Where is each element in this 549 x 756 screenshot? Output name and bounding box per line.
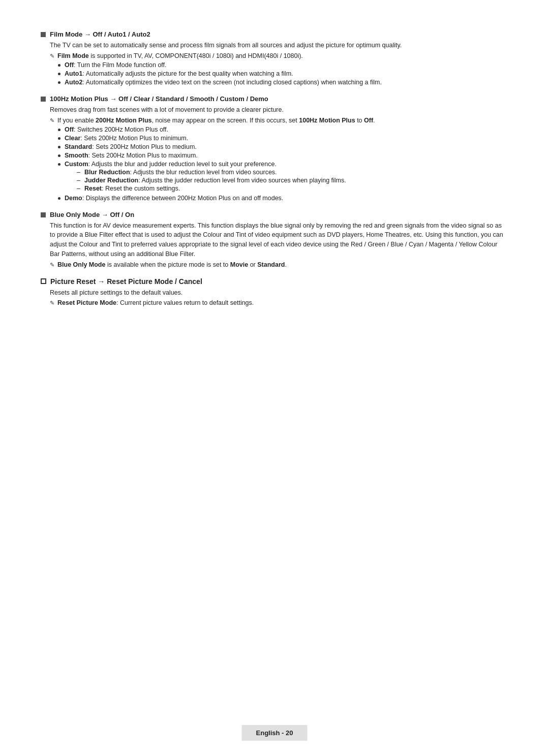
bullet-text-with-subs: Custom: Adjusts the blur and judder redu… bbox=[65, 161, 346, 193]
list-item: Off: Turn the Film Mode function off. bbox=[58, 61, 508, 69]
film-mode-header: Film Mode → Off / Auto1 / Auto2 bbox=[41, 30, 508, 38]
list-item: – Judder Reduction: Adjusts the judder r… bbox=[77, 177, 346, 184]
picture-reset-header: Picture Reset → Reset Picture Mode / Can… bbox=[41, 277, 508, 286]
picture-reset-note-text: Reset Picture Mode: Current picture valu… bbox=[57, 299, 254, 306]
film-mode-section: Film Mode → Off / Auto1 / Auto2 The TV c… bbox=[41, 30, 508, 86]
note-icon: ✎ bbox=[50, 262, 54, 268]
dot-bullet-icon bbox=[58, 137, 60, 140]
film-mode-body: The TV can be set to automatically sense… bbox=[50, 41, 508, 86]
bullet-text: Clear: Sets 200Hz Motion Plus to minimum… bbox=[65, 135, 188, 142]
dot-bullet-icon bbox=[58, 163, 60, 166]
film-mode-intro: The TV can be set to automatically sense… bbox=[50, 41, 508, 50]
list-item: Smooth: Sets 200Hz Motion Plus to maximu… bbox=[58, 152, 508, 159]
page-content: Film Mode → Off / Auto1 / Auto2 The TV c… bbox=[0, 0, 549, 356]
dot-bullet-icon bbox=[58, 64, 60, 67]
note-icon: ✎ bbox=[50, 117, 54, 124]
list-item: Custom: Adjusts the blur and judder redu… bbox=[58, 161, 508, 193]
film-mode-title: Film Mode → Off / Auto1 / Auto2 bbox=[50, 30, 150, 38]
sub-bullet-text: Reset: Reset the custom settings. bbox=[84, 185, 180, 192]
bullet-text: Smooth: Sets 200Hz Motion Plus to maximu… bbox=[65, 152, 198, 159]
bullet-text: Auto2: Automatically optimizes the video… bbox=[65, 79, 382, 86]
square-bullet-icon bbox=[41, 212, 46, 217]
square-bullet-icon bbox=[41, 97, 46, 102]
list-item: Clear: Sets 200Hz Motion Plus to minimum… bbox=[58, 135, 508, 142]
note-icon: ✎ bbox=[50, 53, 54, 59]
list-item: Demo: Displays the difference between 20… bbox=[58, 195, 508, 202]
dot-bullet-icon bbox=[58, 129, 60, 131]
blue-only-note: ✎ Blue Only Mode is available when the p… bbox=[50, 261, 508, 268]
bullet-text: Auto1: Automatically adjusts the picture… bbox=[65, 70, 293, 77]
bullet-text: Demo: Displays the difference between 20… bbox=[65, 195, 283, 202]
picture-reset-title: Picture Reset → Reset Picture Mode / Can… bbox=[50, 277, 202, 286]
square-bullet-icon bbox=[41, 32, 46, 37]
dot-bullet-icon bbox=[58, 197, 60, 200]
bullet-text: Off: Turn the Film Mode function off. bbox=[65, 61, 167, 69]
list-item: Auto1: Automatically adjusts the picture… bbox=[58, 70, 508, 77]
blue-only-note-text: Blue Only Mode is available when the pic… bbox=[57, 261, 287, 268]
motion-plus-intro: Removes drag from fast scenes with a lot… bbox=[50, 105, 508, 115]
picture-reset-note: ✎ Reset Picture Mode: Current picture va… bbox=[50, 299, 508, 306]
blue-only-header: Blue Only Mode → Off / On bbox=[41, 211, 508, 218]
sub-bullet-text: Judder Reduction: Adjusts the judder red… bbox=[84, 177, 346, 184]
hollow-square-bullet-icon bbox=[41, 278, 46, 284]
list-item: – Blur Reduction: Adjusts the blur reduc… bbox=[77, 169, 346, 176]
motion-plus-note: ✎ If you enable 200Hz Motion Plus, noise… bbox=[50, 117, 508, 124]
motion-plus-body: Removes drag from fast scenes with a lot… bbox=[50, 105, 508, 202]
bullet-text: Custom: Adjusts the blur and judder redu… bbox=[65, 161, 277, 168]
dash-icon: – bbox=[77, 177, 80, 184]
blue-only-intro: This function is for AV device measureme… bbox=[50, 221, 508, 259]
film-mode-bullets: Off: Turn the Film Mode function off. Au… bbox=[58, 61, 508, 86]
bullet-text: Off: Switches 200Hz Motion Plus off. bbox=[65, 126, 168, 133]
custom-sub-bullets: – Blur Reduction: Adjusts the blur reduc… bbox=[77, 169, 346, 192]
blue-only-section: Blue Only Mode → Off / On This function … bbox=[41, 211, 508, 268]
film-mode-note: ✎ Film Mode is supported in TV, AV, COMP… bbox=[50, 52, 508, 59]
motion-plus-note-text: If you enable 200Hz Motion Plus, noise m… bbox=[57, 117, 375, 124]
footer-label: English - 20 bbox=[242, 725, 308, 741]
film-mode-note-text: Film Mode is supported in TV, AV, COMPON… bbox=[57, 52, 303, 59]
blue-only-body: This function is for AV device measureme… bbox=[50, 221, 508, 268]
sub-bullet-text: Blur Reduction: Adjusts the blur reducti… bbox=[84, 169, 277, 176]
picture-reset-intro: Resets all picture settings to the defau… bbox=[50, 288, 508, 298]
bullet-text: Standard: Sets 200Hz Motion Plus to medi… bbox=[65, 143, 197, 150]
dash-icon: – bbox=[77, 169, 80, 176]
dot-bullet-icon bbox=[58, 146, 60, 148]
list-item: Auto2: Automatically optimizes the video… bbox=[58, 79, 508, 86]
motion-plus-bullets: Off: Switches 200Hz Motion Plus off. Cle… bbox=[58, 126, 508, 202]
dot-bullet-icon bbox=[58, 81, 60, 84]
list-item: Off: Switches 200Hz Motion Plus off. bbox=[58, 126, 508, 133]
picture-reset-body: Resets all picture settings to the defau… bbox=[50, 288, 508, 307]
picture-reset-section: Picture Reset → Reset Picture Mode / Can… bbox=[41, 277, 508, 307]
list-item: Standard: Sets 200Hz Motion Plus to medi… bbox=[58, 143, 508, 150]
list-item: – Reset: Reset the custom settings. bbox=[77, 185, 346, 192]
motion-plus-section: 100Hz Motion Plus → Off / Clear / Standa… bbox=[41, 95, 508, 202]
dot-bullet-icon bbox=[58, 73, 60, 75]
note-icon: ✎ bbox=[50, 300, 54, 306]
dot-bullet-icon bbox=[58, 154, 60, 157]
motion-plus-title: 100Hz Motion Plus → Off / Clear / Standa… bbox=[50, 95, 268, 103]
motion-plus-header: 100Hz Motion Plus → Off / Clear / Standa… bbox=[41, 95, 508, 103]
blue-only-title: Blue Only Mode → Off / On bbox=[50, 211, 134, 218]
dash-icon: – bbox=[77, 185, 80, 192]
